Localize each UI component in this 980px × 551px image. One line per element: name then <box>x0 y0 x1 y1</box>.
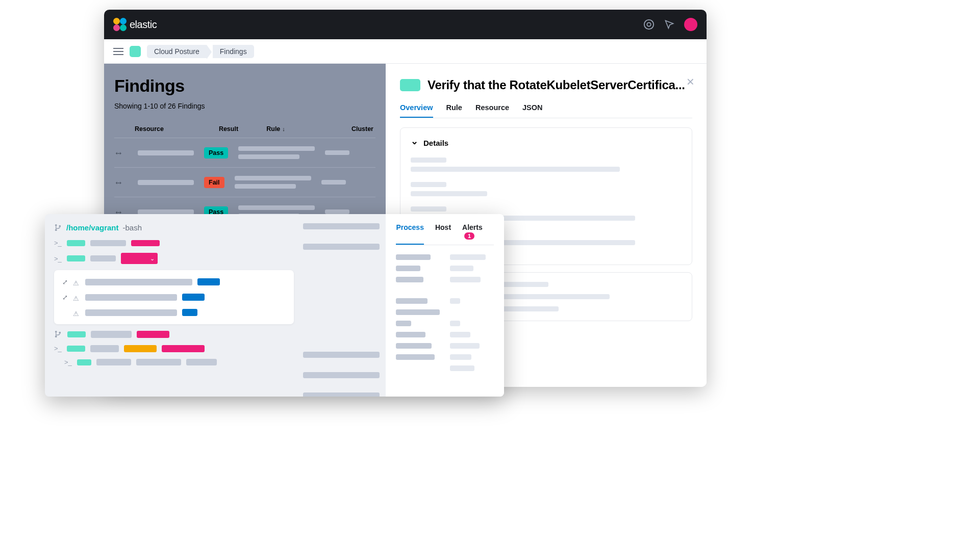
card-row[interactable] <box>62 308 286 317</box>
col-rule[interactable]: Rule↓ <box>266 125 341 133</box>
tab-json[interactable]: JSON <box>522 103 543 118</box>
command-row[interactable] <box>54 330 294 338</box>
token-blue <box>182 294 205 301</box>
label-placeholder <box>396 343 432 349</box>
command-row[interactable]: >_ <box>54 345 294 352</box>
warning-icon <box>73 294 80 301</box>
value-placeholder <box>450 254 486 260</box>
chevron-down-icon: ⌄ <box>150 255 155 262</box>
table-header: Resource Result Rule↓ Cluster <box>114 125 375 138</box>
hamburger-menu-icon[interactable] <box>113 46 123 57</box>
breadcrumb-bar: Cloud Posture Findings <box>104 39 707 64</box>
card-row[interactable] <box>62 293 286 302</box>
token-blue <box>182 309 197 316</box>
expanded-card <box>54 270 294 324</box>
value-placeholder <box>450 277 481 282</box>
tab-resource[interactable]: Resource <box>475 103 509 118</box>
detail-field <box>411 182 682 196</box>
detail-field <box>411 158 682 172</box>
elastic-logo[interactable]: elastic <box>113 18 157 31</box>
expand-icon[interactable] <box>115 177 125 188</box>
token-teal <box>77 359 91 365</box>
details-section-header[interactable]: Details <box>411 137 682 148</box>
session-center-pane <box>303 214 386 397</box>
path-row: /home/vagrant -bash <box>54 223 294 232</box>
prompt-icon: >_ <box>54 345 62 352</box>
value-placeholder <box>450 321 460 326</box>
breadcrumb-item-cloud-posture[interactable]: Cloud Posture <box>147 45 207 58</box>
svg-point-7 <box>59 332 61 334</box>
help-icon[interactable] <box>643 19 655 30</box>
expand-icon[interactable] <box>62 277 68 286</box>
detail-header: Verify that the RotateKubeletServerCerti… <box>400 78 692 92</box>
token-pink-dropdown[interactable]: ⌄ <box>121 253 158 264</box>
card-text-placeholder <box>85 294 177 301</box>
card-text-placeholder <box>85 309 177 316</box>
git-branch-icon <box>54 330 62 338</box>
top-bar-right <box>643 18 697 31</box>
details-section-title: Details <box>423 139 448 147</box>
rule-placeholder <box>235 176 311 189</box>
app-chip[interactable] <box>130 46 141 57</box>
value-placeholder <box>450 266 473 271</box>
svg-point-0 <box>644 20 654 29</box>
tab-process[interactable]: Process <box>396 223 423 245</box>
table-row[interactable]: Pass <box>114 138 375 167</box>
center-placeholder <box>303 372 380 378</box>
session-right-pane: Process Host Alerts 1 <box>386 214 504 397</box>
svg-point-1 <box>647 22 650 26</box>
user-avatar[interactable] <box>684 18 697 31</box>
token-gray <box>96 359 131 365</box>
expand-icon[interactable] <box>115 148 125 158</box>
rule-placeholder <box>238 146 315 159</box>
git-branch-icon <box>54 224 62 232</box>
label-placeholder <box>396 332 425 337</box>
close-icon[interactable]: × <box>687 74 694 90</box>
result-badge-fail: Fail <box>204 177 224 188</box>
svg-point-2 <box>55 224 57 226</box>
token-pink <box>137 331 169 338</box>
command-row[interactable]: >_ ⌄ <box>54 253 294 264</box>
token-blue <box>197 278 220 285</box>
resource-placeholder <box>138 180 194 185</box>
token-teal <box>67 331 86 337</box>
center-placeholder <box>303 392 380 397</box>
detail-title: Verify that the RotateKubeletServerCerti… <box>428 78 685 92</box>
col-result[interactable]: Result <box>219 125 256 133</box>
tab-alerts[interactable]: Alerts 1 <box>462 223 494 245</box>
session-overlay: /home/vagrant -bash >_ >_ ⌄ <box>45 214 504 397</box>
label-placeholder <box>396 254 431 260</box>
value-placeholder <box>450 354 471 360</box>
warning-icon <box>73 278 80 285</box>
table-row[interactable]: Fail <box>114 167 375 197</box>
process-details-grid <box>396 254 494 371</box>
breadcrumb-item-findings[interactable]: Findings <box>213 45 254 58</box>
detail-col <box>492 282 610 311</box>
resource-placeholder <box>138 209 194 215</box>
value-placeholder <box>450 343 480 349</box>
prompt-icon: >_ <box>54 255 62 263</box>
cluster-placeholder <box>325 150 349 155</box>
prompt-icon: >_ <box>64 358 72 366</box>
alerts-count-badge: 1 <box>464 232 474 240</box>
col-resource[interactable]: Resource <box>135 125 209 133</box>
right-tabs: Process Host Alerts 1 <box>396 223 494 245</box>
command-row[interactable]: >_ <box>54 358 294 366</box>
tab-host[interactable]: Host <box>435 223 451 245</box>
label-placeholder <box>396 321 411 326</box>
tab-rule[interactable]: Rule <box>446 103 462 118</box>
token-gray <box>186 359 217 365</box>
expand-icon[interactable] <box>62 293 68 302</box>
cursor-icon[interactable] <box>664 19 675 30</box>
center-placeholder <box>303 223 380 229</box>
command-row[interactable]: >_ <box>54 239 294 247</box>
token-gray <box>90 240 126 246</box>
svg-point-4 <box>59 225 61 227</box>
center-placeholder <box>303 244 380 250</box>
value-placeholder <box>450 365 474 371</box>
tab-overview[interactable]: Overview <box>400 103 433 118</box>
card-row[interactable] <box>62 277 286 286</box>
col-cluster[interactable]: Cluster <box>351 125 373 133</box>
value-placeholder <box>450 298 460 304</box>
token-gray <box>90 255 116 261</box>
